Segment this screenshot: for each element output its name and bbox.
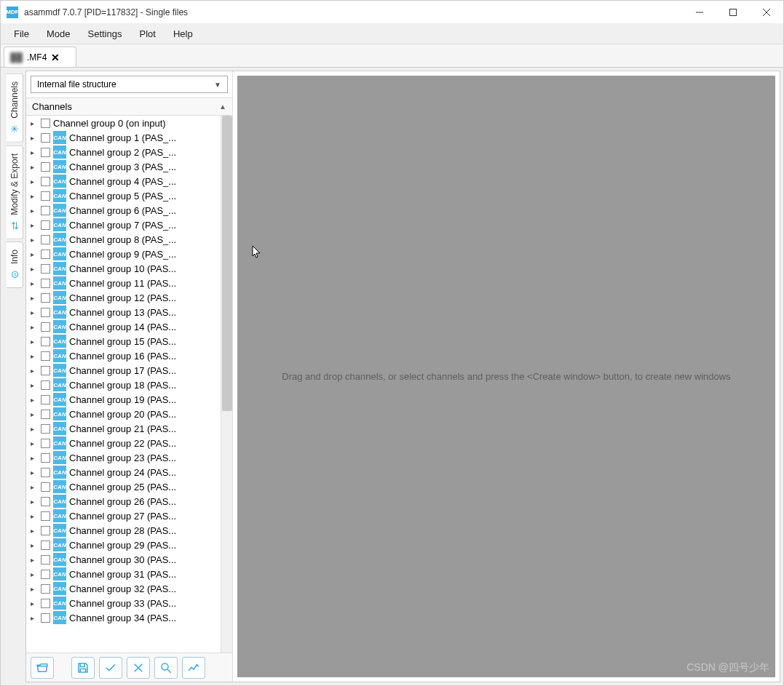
expand-arrow-icon[interactable]: ▸ (31, 294, 38, 302)
row-checkbox[interactable] (41, 439, 50, 448)
tree-row[interactable]: ▸CANChannel group 29 (PAS... (26, 538, 232, 552)
expand-arrow-icon[interactable]: ▸ (31, 148, 38, 156)
row-checkbox[interactable] (41, 380, 50, 390)
tree-row[interactable]: ▸CANChannel group 8 (PAS_... (26, 232, 232, 247)
tree-row[interactable]: ▸CANChannel group 19 (PAS... (26, 392, 232, 407)
expand-arrow-icon[interactable]: ▸ (31, 483, 38, 491)
tree-row[interactable]: ▸CANChannel group 26 (PAS... (26, 494, 232, 508)
row-checkbox[interactable] (41, 206, 50, 215)
tree-row[interactable]: ▸CANChannel group 15 (PAS... (26, 334, 232, 348)
graph-button[interactable] (182, 657, 205, 679)
menu-plot[interactable]: Plot (132, 25, 162, 42)
row-checkbox[interactable] (41, 264, 50, 274)
tab-info[interactable]: ⊝ Info (7, 242, 23, 288)
tree-row[interactable]: ▸CANChannel group 22 (PAS... (26, 436, 232, 450)
open-button[interactable] (31, 657, 54, 679)
row-checkbox[interactable] (41, 613, 50, 623)
menu-mode[interactable]: Mode (39, 25, 78, 42)
row-checkbox[interactable] (41, 351, 50, 361)
tree-row[interactable]: ▸CANChannel group 31 (PAS... (26, 567, 232, 581)
row-checkbox[interactable] (41, 497, 50, 506)
tree-row[interactable]: ▸CANChannel group 1 (PAS_... (26, 130, 232, 145)
expand-arrow-icon[interactable]: ▸ (31, 250, 38, 258)
tree-row[interactable]: ▸CANChannel group 9 (PAS_... (26, 247, 232, 261)
row-checkbox[interactable] (41, 308, 50, 317)
tree-row[interactable]: ▸CANChannel group 5 (PAS_... (26, 188, 232, 203)
expand-arrow-icon[interactable]: ▸ (31, 570, 38, 578)
tree-row[interactable]: ▸CANChannel group 33 (PAS... (26, 596, 232, 610)
expand-arrow-icon[interactable]: ▸ (31, 308, 38, 316)
menu-help[interactable]: Help (166, 25, 200, 42)
expand-arrow-icon[interactable]: ▸ (31, 527, 38, 535)
expand-arrow-icon[interactable]: ▸ (31, 498, 38, 506)
close-icon[interactable]: ✕ (51, 52, 60, 63)
expand-arrow-icon[interactable]: ▸ (31, 338, 38, 346)
row-checkbox[interactable] (41, 337, 50, 346)
row-checkbox[interactable] (41, 235, 50, 244)
tree-row[interactable]: ▸Channel group 0 (on input) (26, 116, 232, 130)
tree-row[interactable]: ▸CANChannel group 34 (PAS... (26, 610, 232, 625)
search-button[interactable] (154, 657, 178, 679)
menu-file[interactable]: File (7, 25, 36, 42)
row-checkbox[interactable] (41, 250, 50, 259)
tree-row[interactable]: ▸CANChannel group 30 (PAS... (26, 552, 232, 567)
delete-button[interactable] (127, 657, 150, 679)
expand-arrow-icon[interactable]: ▸ (31, 119, 38, 127)
tree-row[interactable]: ▸CANChannel group 11 (PAS... (26, 276, 232, 290)
tree-row[interactable]: ▸CANChannel group 18 (PAS... (26, 378, 232, 392)
tree-row[interactable]: ▸CANChannel group 7 (PAS_... (26, 218, 232, 232)
scrollbar-thumb[interactable] (222, 116, 232, 411)
row-checkbox[interactable] (41, 410, 50, 419)
maximize-button[interactable] (716, 1, 750, 24)
expand-arrow-icon[interactable]: ▸ (31, 585, 38, 593)
expand-arrow-icon[interactable]: ▸ (31, 614, 38, 622)
row-checkbox[interactable] (41, 177, 50, 186)
check-button[interactable] (99, 657, 122, 679)
tree-scrollbar[interactable] (221, 116, 232, 653)
row-checkbox[interactable] (41, 599, 50, 608)
tree-row[interactable]: ▸CANChannel group 23 (PAS... (26, 450, 232, 465)
tree-row[interactable]: ▸CANChannel group 20 (PAS... (26, 407, 232, 421)
expand-arrow-icon[interactable]: ▸ (31, 207, 38, 215)
channel-tree[interactable]: ▸Channel group 0 (on input)▸CANChannel g… (26, 116, 232, 653)
row-checkbox[interactable] (41, 570, 50, 579)
tree-row[interactable]: ▸CANChannel group 2 (PAS_... (26, 145, 232, 159)
expand-arrow-icon[interactable]: ▸ (31, 352, 38, 360)
expand-arrow-icon[interactable]: ▸ (31, 265, 38, 273)
tree-row[interactable]: ▸CANChannel group 17 (PAS... (26, 363, 232, 378)
expand-arrow-icon[interactable]: ▸ (31, 178, 38, 186)
expand-arrow-icon[interactable]: ▸ (31, 468, 38, 476)
expand-arrow-icon[interactable]: ▸ (31, 367, 38, 375)
row-checkbox[interactable] (41, 148, 50, 157)
expand-arrow-icon[interactable]: ▸ (31, 192, 38, 200)
expand-arrow-icon[interactable]: ▸ (31, 396, 38, 404)
tree-row[interactable]: ▸CANChannel group 32 (PAS... (26, 581, 232, 596)
row-checkbox[interactable] (41, 191, 50, 201)
row-checkbox[interactable] (41, 526, 50, 535)
expand-arrow-icon[interactable]: ▸ (31, 163, 38, 171)
scroll-up-icon[interactable]: ▲ (219, 103, 226, 111)
row-checkbox[interactable] (41, 482, 50, 492)
expand-arrow-icon[interactable]: ▸ (31, 512, 38, 520)
menu-settings[interactable]: Settings (80, 25, 129, 42)
expand-arrow-icon[interactable]: ▸ (31, 439, 38, 447)
row-checkbox[interactable] (41, 162, 50, 172)
row-checkbox[interactable] (41, 541, 50, 550)
expand-arrow-icon[interactable]: ▸ (31, 221, 38, 229)
expand-arrow-icon[interactable]: ▸ (31, 236, 38, 244)
structure-dropdown[interactable]: Internal file structure ▼ (31, 76, 228, 93)
tree-row[interactable]: ▸CANChannel group 27 (PAS... (26, 508, 232, 523)
tree-row[interactable]: ▸CANChannel group 4 (PAS_... (26, 174, 232, 188)
expand-arrow-icon[interactable]: ▸ (31, 556, 38, 564)
row-checkbox[interactable] (41, 555, 50, 565)
expand-arrow-icon[interactable]: ▸ (31, 599, 38, 607)
tree-row[interactable]: ▸CANChannel group 21 (PAS... (26, 421, 232, 436)
expand-arrow-icon[interactable]: ▸ (31, 454, 38, 462)
row-checkbox[interactable] (41, 279, 50, 288)
tree-row[interactable]: ▸CANChannel group 16 (PAS... (26, 348, 232, 363)
row-checkbox[interactable] (41, 119, 50, 128)
row-checkbox[interactable] (41, 133, 50, 143)
tree-row[interactable]: ▸CANChannel group 14 (PAS... (26, 319, 232, 334)
expand-arrow-icon[interactable]: ▸ (31, 381, 38, 389)
expand-arrow-icon[interactable]: ▸ (31, 541, 38, 549)
